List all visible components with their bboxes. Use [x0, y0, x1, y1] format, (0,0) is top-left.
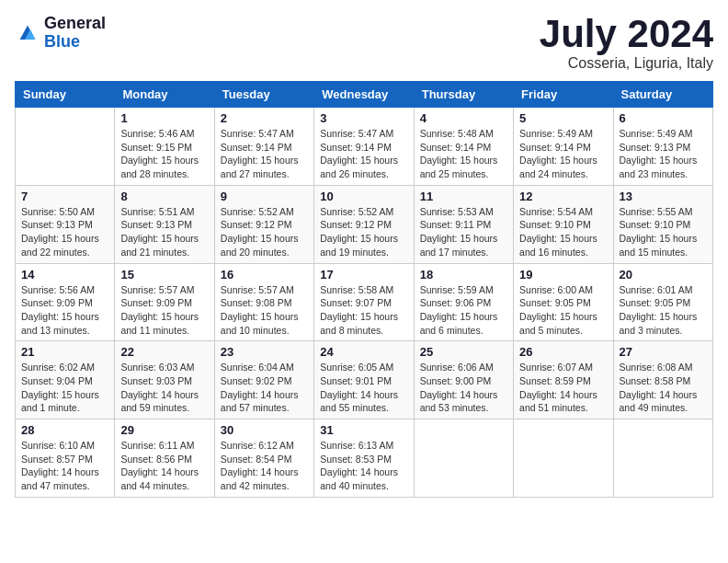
day-number: 26 [519, 345, 607, 359]
day-info: Sunrise: 6:00 AMSunset: 9:05 PMDaylight:… [519, 283, 607, 338]
day-number: 4 [420, 111, 507, 125]
calendar-day-cell: 8Sunrise: 5:51 AMSunset: 9:13 PMDaylight… [115, 185, 214, 263]
day-number: 25 [420, 345, 507, 359]
day-number: 7 [21, 190, 108, 203]
calendar-day-cell: 24Sunrise: 6:05 AMSunset: 9:01 PMDayligh… [314, 341, 414, 419]
day-number: 6 [620, 111, 707, 125]
day-info: Sunrise: 6:07 AMSunset: 8:59 PMDaylight:… [519, 361, 607, 415]
logo-text: General Blue [44, 15, 106, 52]
calendar-day-cell: 15Sunrise: 5:57 AMSunset: 9:09 PMDayligh… [115, 263, 214, 341]
calendar-day-cell: 6Sunrise: 5:49 AMSunset: 9:13 PMDaylight… [613, 108, 712, 186]
day-info: Sunrise: 5:47 AMSunset: 9:14 PMDaylight:… [221, 127, 308, 181]
weekday-header: Monday [115, 82, 214, 108]
weekday-header: Wednesday [314, 82, 414, 108]
day-number: 28 [21, 423, 108, 437]
logo-blue-text: Blue [44, 33, 106, 52]
day-info: Sunrise: 5:52 AMSunset: 9:12 PMDaylight:… [320, 205, 407, 259]
day-number: 20 [620, 268, 707, 282]
weekday-header: Tuesday [214, 82, 313, 108]
day-number: 27 [620, 345, 707, 359]
weekday-header: Thursday [414, 82, 513, 108]
location-title: Cosseria, Liguria, Italy [540, 55, 713, 72]
day-info: Sunrise: 6:01 AMSunset: 9:05 PMDaylight:… [620, 283, 707, 338]
day-info: Sunrise: 5:53 AMSunset: 9:11 PMDaylight:… [420, 205, 507, 259]
day-info: Sunrise: 6:03 AMSunset: 9:03 PMDaylight:… [120, 361, 208, 415]
day-info: Sunrise: 5:48 AMSunset: 9:14 PMDaylight:… [420, 127, 507, 181]
day-info: Sunrise: 5:57 AMSunset: 9:09 PMDaylight:… [120, 283, 208, 338]
calendar-day-cell: 28Sunrise: 6:10 AMSunset: 8:57 PMDayligh… [16, 419, 115, 498]
day-info: Sunrise: 6:11 AMSunset: 8:56 PMDaylight:… [120, 439, 208, 493]
day-info: Sunrise: 6:05 AMSunset: 9:01 PMDaylight:… [320, 361, 407, 415]
day-info: Sunrise: 5:51 AMSunset: 9:13 PMDaylight:… [120, 205, 208, 259]
day-info: Sunrise: 5:49 AMSunset: 9:14 PMDaylight:… [519, 127, 607, 181]
day-number: 11 [420, 190, 507, 203]
day-number: 19 [519, 268, 607, 282]
day-number: 17 [320, 268, 407, 282]
calendar-week-row: 28Sunrise: 6:10 AMSunset: 8:57 PMDayligh… [16, 419, 713, 498]
calendar-day-cell: 9Sunrise: 5:52 AMSunset: 9:12 PMDaylight… [214, 185, 313, 263]
calendar-day-cell: 1Sunrise: 5:46 AMSunset: 9:15 PMDaylight… [115, 108, 214, 186]
day-info: Sunrise: 6:04 AMSunset: 9:02 PMDaylight:… [221, 361, 308, 415]
weekday-header: Sunday [16, 82, 115, 108]
page-header: General Blue July 2024 Cosseria, Liguria… [15, 15, 713, 72]
day-info: Sunrise: 5:47 AMSunset: 9:14 PMDaylight:… [320, 127, 407, 181]
day-number: 31 [320, 423, 407, 437]
day-number: 14 [21, 268, 108, 282]
day-info: Sunrise: 6:12 AMSunset: 8:54 PMDaylight:… [221, 439, 308, 493]
day-info: Sunrise: 5:58 AMSunset: 9:07 PMDaylight:… [320, 283, 407, 338]
day-number: 3 [320, 111, 407, 125]
calendar-day-cell: 27Sunrise: 6:08 AMSunset: 8:58 PMDayligh… [613, 341, 712, 419]
day-info: Sunrise: 5:59 AMSunset: 9:06 PMDaylight:… [420, 283, 507, 338]
day-info: Sunrise: 5:50 AMSunset: 9:13 PMDaylight:… [21, 205, 108, 259]
calendar-week-row: 21Sunrise: 6:02 AMSunset: 9:04 PMDayligh… [16, 341, 713, 419]
calendar-day-cell [414, 419, 513, 498]
calendar-day-cell: 4Sunrise: 5:48 AMSunset: 9:14 PMDaylight… [414, 108, 513, 186]
calendar-day-cell: 2Sunrise: 5:47 AMSunset: 9:14 PMDaylight… [214, 108, 313, 186]
day-number: 13 [620, 190, 707, 203]
day-number: 22 [120, 345, 208, 359]
day-info: Sunrise: 6:02 AMSunset: 9:04 PMDaylight:… [21, 361, 108, 415]
day-info: Sunrise: 5:52 AMSunset: 9:12 PMDaylight:… [221, 205, 308, 259]
calendar-table: SundayMondayTuesdayWednesdayThursdayFrid… [15, 81, 713, 498]
calendar-day-cell: 21Sunrise: 6:02 AMSunset: 9:04 PMDayligh… [16, 341, 115, 419]
day-info: Sunrise: 6:10 AMSunset: 8:57 PMDaylight:… [21, 439, 108, 493]
calendar-day-cell: 29Sunrise: 6:11 AMSunset: 8:56 PMDayligh… [115, 419, 214, 498]
calendar-day-cell: 17Sunrise: 5:58 AMSunset: 9:07 PMDayligh… [314, 263, 414, 341]
month-title: July 2024 [540, 15, 713, 53]
day-info: Sunrise: 5:56 AMSunset: 9:09 PMDaylight:… [21, 283, 108, 338]
day-number: 9 [221, 190, 308, 203]
day-info: Sunrise: 5:55 AMSunset: 9:10 PMDaylight:… [620, 205, 707, 259]
calendar-day-cell: 26Sunrise: 6:07 AMSunset: 8:59 PMDayligh… [514, 341, 613, 419]
calendar-day-cell: 19Sunrise: 6:00 AMSunset: 9:05 PMDayligh… [514, 263, 613, 341]
calendar-week-row: 14Sunrise: 5:56 AMSunset: 9:09 PMDayligh… [16, 263, 713, 341]
calendar-day-cell: 12Sunrise: 5:54 AMSunset: 9:10 PMDayligh… [514, 185, 613, 263]
calendar-day-cell: 23Sunrise: 6:04 AMSunset: 9:02 PMDayligh… [214, 341, 313, 419]
calendar-day-cell: 30Sunrise: 6:12 AMSunset: 8:54 PMDayligh… [214, 419, 313, 498]
calendar-header-row: SundayMondayTuesdayWednesdayThursdayFrid… [16, 82, 713, 108]
day-number: 1 [120, 111, 208, 125]
calendar-day-cell: 11Sunrise: 5:53 AMSunset: 9:11 PMDayligh… [414, 185, 513, 263]
day-number: 8 [120, 190, 208, 203]
day-info: Sunrise: 6:13 AMSunset: 8:53 PMDaylight:… [320, 439, 407, 493]
calendar-day-cell: 10Sunrise: 5:52 AMSunset: 9:12 PMDayligh… [314, 185, 414, 263]
day-number: 29 [120, 423, 208, 437]
weekday-header: Saturday [613, 82, 712, 108]
day-info: Sunrise: 5:49 AMSunset: 9:13 PMDaylight:… [620, 127, 707, 181]
weekday-header: Friday [514, 82, 613, 108]
calendar-day-cell: 5Sunrise: 5:49 AMSunset: 9:14 PMDaylight… [514, 108, 613, 186]
calendar-day-cell: 18Sunrise: 5:59 AMSunset: 9:06 PMDayligh… [414, 263, 513, 341]
day-number: 2 [221, 111, 308, 125]
calendar-day-cell: 16Sunrise: 5:57 AMSunset: 9:08 PMDayligh… [214, 263, 313, 341]
day-info: Sunrise: 5:46 AMSunset: 9:15 PMDaylight:… [120, 127, 208, 181]
calendar-day-cell: 22Sunrise: 6:03 AMSunset: 9:03 PMDayligh… [115, 341, 214, 419]
calendar-week-row: 7Sunrise: 5:50 AMSunset: 9:13 PMDaylight… [16, 185, 713, 263]
logo-general-text: General [44, 15, 106, 33]
day-number: 16 [221, 268, 308, 282]
calendar-day-cell: 14Sunrise: 5:56 AMSunset: 9:09 PMDayligh… [16, 263, 115, 341]
calendar-day-cell [16, 108, 115, 186]
calendar-day-cell: 7Sunrise: 5:50 AMSunset: 9:13 PMDaylight… [16, 185, 115, 263]
calendar-day-cell: 25Sunrise: 6:06 AMSunset: 9:00 PMDayligh… [414, 341, 513, 419]
calendar-day-cell [613, 419, 712, 498]
day-info: Sunrise: 6:08 AMSunset: 8:58 PMDaylight:… [620, 361, 707, 415]
day-number: 18 [420, 268, 507, 282]
